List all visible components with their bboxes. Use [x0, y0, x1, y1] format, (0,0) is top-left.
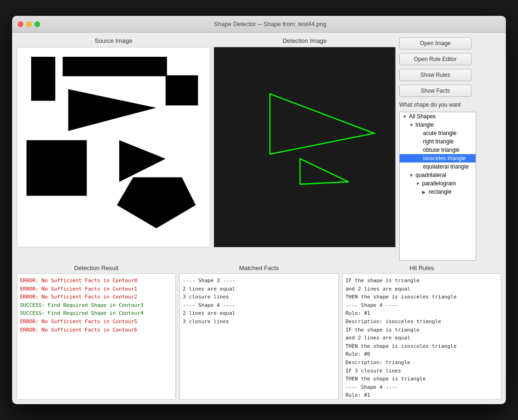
- tree-item-label: quadrilateral: [416, 172, 446, 178]
- rules-line: THEN the shape is isosceles triangle: [346, 293, 498, 301]
- rules-line: Rule: #1: [346, 391, 498, 400]
- tree-arrow: ▶: [422, 190, 428, 195]
- rules-line: IF 3 closure lines: [346, 367, 498, 375]
- result-line: SUCCESS: Find Required Shape in Contour4: [20, 309, 172, 318]
- open-rule-editor-button[interactable]: Open Rule Editor: [399, 53, 471, 65]
- show-rules-button[interactable]: Show Rules: [399, 69, 471, 81]
- shape-tree[interactable]: ▼All Shapes▼triangleacute triangleright …: [399, 112, 476, 261]
- tree-item-equilateral-triangle[interactable]: equilateral triangle: [400, 163, 476, 171]
- tree-item-label: All Shapes: [409, 113, 436, 120]
- hit-rules-label: Hit Rules: [342, 264, 501, 271]
- hit-rules-panel: Hit Rules IF the shape is triangle and 2…: [342, 264, 501, 400]
- tree-item-all-shapes[interactable]: ▼All Shapes: [400, 112, 476, 121]
- tree-item-label: rectangle: [429, 189, 451, 195]
- tree-item-label: right triangle: [423, 138, 454, 145]
- facts-line: 3 closure lines: [183, 293, 335, 301]
- source-panel-label: Source Image: [95, 37, 132, 44]
- detection-panel-label: Detection Image: [283, 37, 327, 44]
- tree-item-triangle[interactable]: ▼triangle: [400, 121, 476, 129]
- minimize-button[interactable]: [26, 21, 32, 27]
- source-shapes-svg: [17, 47, 210, 247]
- tree-item-isosceles-triangle[interactable]: isosceles triangle: [400, 154, 476, 163]
- shape-question-label: What shape do you want: [399, 102, 476, 108]
- tree-item-quadrilateral[interactable]: ▼quadrilateral: [400, 171, 476, 179]
- svg-rect-6: [165, 75, 198, 106]
- show-facts-button[interactable]: Show Facts: [399, 85, 471, 97]
- rules-line: ---- Shape 4 ----: [346, 383, 498, 392]
- facts-line: ---- Shape 3 ----: [183, 277, 335, 285]
- detection-result-content[interactable]: ERROR: No Sufficient Facts in Contour0ER…: [17, 273, 176, 400]
- svg-marker-2: [68, 89, 156, 131]
- svg-marker-8: [270, 94, 374, 154]
- svg-rect-0: [31, 57, 55, 101]
- source-image-panel: Source Image: [17, 37, 210, 261]
- close-button[interactable]: [18, 21, 23, 27]
- maximize-button[interactable]: [34, 21, 40, 27]
- detection-result-panel: Detection Result ERROR: No Sufficient Fa…: [17, 264, 176, 400]
- tree-arrow: ▼: [409, 173, 415, 178]
- traffic-lights: [18, 21, 40, 27]
- facts-line: ---- Shape 4 ----: [183, 301, 335, 310]
- source-image-container: [17, 47, 210, 247]
- window-title: Shape Detector -- Shape from: test44.png: [40, 20, 500, 27]
- rules-line: IF the shape is triangle: [346, 277, 498, 285]
- tree-item-parallelogram[interactable]: ▼parallelogram: [400, 179, 476, 188]
- rules-line: Description: triangle: [346, 359, 498, 367]
- top-section: Source Image: [17, 37, 501, 261]
- titlebar: Shape Detector -- Shape from: test44.png: [12, 16, 506, 33]
- rules-line: and 2 lines are equal: [346, 285, 498, 293]
- tree-item-acute-triangle[interactable]: acute triangle: [400, 129, 476, 137]
- detection-result-label: Detection Result: [17, 264, 176, 271]
- tree-item-label: parallelogram: [422, 180, 456, 187]
- detection-image-panel: Detection Image: [214, 37, 395, 261]
- svg-marker-4: [119, 140, 166, 182]
- svg-rect-3: [27, 140, 87, 196]
- rules-line: Rule: #0: [346, 350, 498, 359]
- result-line: ERROR: No Sufficient Facts in Contour1: [20, 285, 172, 293]
- svg-rect-1: [63, 57, 167, 76]
- hit-rules-content[interactable]: IF the shape is triangle and 2 lines are…: [342, 273, 501, 400]
- tree-item-label: isosceles triangle: [423, 155, 466, 162]
- tree-item-label: obtuse triangle: [423, 147, 460, 153]
- result-line: ERROR: No Sufficient Facts in Contour6: [20, 326, 172, 334]
- facts-line: 2 lines are equal: [183, 285, 335, 293]
- tree-arrow: ▼: [416, 181, 421, 186]
- tree-item-obtuse-triangle[interactable]: obtuse triangle: [400, 146, 476, 154]
- rules-line: Description: isosceles triangle: [346, 318, 498, 326]
- tree-item-label: triangle: [416, 122, 434, 128]
- tree-item-right-triangle[interactable]: right triangle: [400, 137, 476, 146]
- result-line: ERROR: No Sufficient Facts in Contour2: [20, 293, 172, 301]
- rules-line: THEN the shape is triangle: [346, 375, 498, 383]
- tree-item-label: acute triangle: [423, 130, 457, 136]
- tree-arrow: ▼: [409, 122, 415, 128]
- tree-item-rectangle[interactable]: ▶rectangle: [400, 188, 476, 196]
- main-content: Source Image: [12, 33, 506, 404]
- sidebar: Open Image Open Rule Editor Show Rules S…: [399, 37, 476, 261]
- result-line: ERROR: No Sufficient Facts in Contour5: [20, 318, 172, 326]
- result-line: SUCCESS: Find Required Shape in Contour3: [20, 301, 172, 310]
- detection-image-container: [214, 47, 395, 247]
- tree-arrow: ▼: [402, 114, 408, 119]
- svg-marker-9: [300, 159, 348, 184]
- facts-line: 3 closure lines: [183, 318, 335, 326]
- bottom-section: Detection Result ERROR: No Sufficient Fa…: [17, 264, 501, 400]
- detection-shapes-svg: [214, 47, 395, 247]
- rules-line: Rule: #1: [346, 309, 498, 318]
- svg-marker-7: [117, 177, 196, 228]
- rules-line: ---- Shape 4 ----: [346, 301, 498, 310]
- open-image-button[interactable]: Open Image: [399, 37, 471, 49]
- tree-item-label: equilateral triangle: [423, 163, 469, 170]
- matched-facts-label: Matched Facts: [179, 264, 338, 271]
- rules-line: IF the shape is triangle: [346, 326, 498, 334]
- matched-facts-panel: Matched Facts ---- Shape 3 ----2 lines a…: [179, 264, 338, 400]
- result-line: ERROR: No Sufficient Facts in Contour0: [20, 277, 172, 285]
- matched-facts-content[interactable]: ---- Shape 3 ----2 lines are equal3 clos…: [179, 273, 338, 400]
- app-window: Shape Detector -- Shape from: test44.png…: [12, 16, 506, 404]
- rules-line: and 2 lines are equal: [346, 334, 498, 342]
- rules-line: THEN the shape is isosceles triangle: [346, 342, 498, 351]
- facts-line: 2 lines are equal: [183, 309, 335, 318]
